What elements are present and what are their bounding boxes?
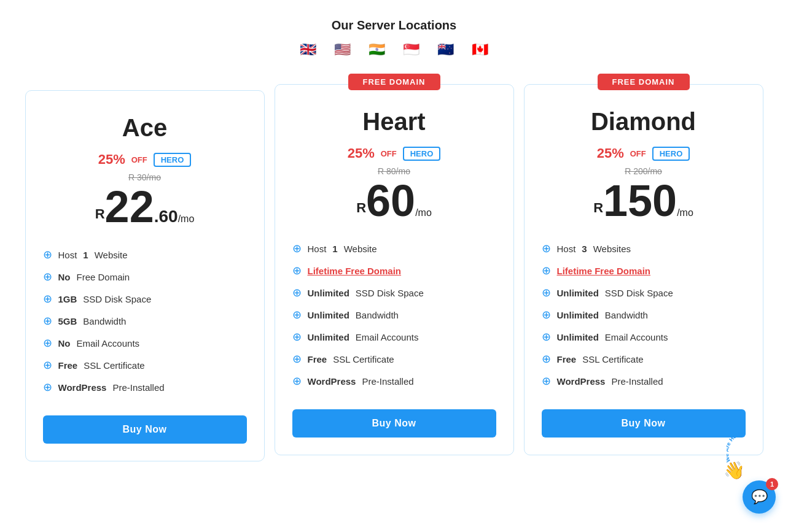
flag-usa: 🇺🇸 [328, 40, 357, 60]
plan-ace-buy-button[interactable]: Buy Now [43, 415, 247, 444]
flag-india: 🇮🇳 [362, 40, 392, 60]
feature-icon: ⊕ [292, 330, 302, 344]
chat-sticker: We Are Here! 👋 [727, 431, 776, 480]
plan-ace: Ace 25% OFF HERO R 30/mo R22.60/mo ⊕Host… [25, 90, 265, 461]
chat-badge: 1 [766, 478, 778, 490]
plan-ace-price-big: 22 [105, 182, 154, 231]
plan-diamond-discount-off: OFF [630, 149, 646, 158]
feature-icon: ⊕ [43, 336, 52, 350]
plan-diamond: FREE DOMAIN Diamond 25% OFF HERO R 200/m… [524, 84, 763, 455]
plan-heart-discount-row: 25% OFF HERO [292, 145, 496, 161]
feature-diamond-2[interactable]: ⊕Lifetime Free Domain [542, 260, 746, 282]
feature-heart-7: ⊕WordPress Pre-Installed [292, 370, 496, 392]
feature-ace-6: ⊕Free SSL Certificate [43, 354, 247, 376]
plan-diamond-discount-pct: 25% [597, 145, 624, 161]
plan-ace-original-price: R 30/mo [43, 172, 247, 182]
feature-diamond-1: ⊕Host 3 Websites [542, 237, 746, 260]
plan-heart-hero-badge: HERO [403, 147, 441, 161]
plan-diamond-free-domain-badge: FREE DOMAIN [598, 74, 690, 90]
flags-row: 🇬🇧 🇺🇸 🇮🇳 🇸🇬 🇳🇿 🇨🇦 [294, 40, 495, 60]
plan-diamond-currency: R [593, 200, 603, 215]
feature-icon: ⊕ [43, 358, 52, 372]
plan-ace-price-mo: /mo [178, 214, 195, 224]
feature-heart-6: ⊕Free SSL Certificate [292, 348, 496, 370]
plan-ace-hero-badge: HERO [154, 153, 192, 167]
plan-ace-price-cents: .60 [154, 207, 178, 226]
plan-heart-free-domain-badge: FREE DOMAIN [348, 74, 440, 90]
feature-heart-4: ⊕Unlimited Bandwidth [292, 304, 496, 326]
feature-icon: ⊕ [542, 330, 551, 344]
flag-uk: 🇬🇧 [294, 40, 323, 60]
plan-ace-name: Ace [43, 114, 247, 142]
lifetime-free-domain-link-diamond[interactable]: Lifetime Free Domain [557, 266, 651, 276]
feature-ace-4: ⊕5GB Bandwidth [43, 310, 247, 332]
plan-diamond-original-price: R 200/mo [542, 166, 746, 176]
feature-icon: ⊕ [43, 314, 52, 328]
wave-emoji: 👋 [724, 460, 745, 480]
feature-ace-1: ⊕Host 1 Website [43, 244, 247, 266]
plan-heart-discount-pct: 25% [348, 145, 375, 161]
feature-icon: ⊕ [43, 380, 52, 394]
plan-ace-features: ⊕Host 1 Website ⊕No Free Domain ⊕1GB SSD… [43, 244, 247, 398]
chat-open-button[interactable]: 💬 1 [743, 480, 776, 514]
plan-ace-discount-pct: 25% [98, 152, 125, 168]
plan-diamond-buy-button[interactable]: Buy Now [542, 409, 746, 438]
feature-icon: ⊕ [292, 286, 302, 299]
pricing-container: Ace 25% OFF HERO R 30/mo R22.60/mo ⊕Host… [14, 84, 775, 468]
server-locations-title: Our Server Locations [294, 18, 495, 33]
svg-text:We Are Here!: We Are Here! [727, 431, 743, 463]
feature-icon: ⊕ [542, 242, 551, 255]
feature-icon: ⊕ [542, 374, 551, 388]
feature-icon: ⊕ [43, 292, 52, 306]
feature-ace-2: ⊕No Free Domain [43, 266, 247, 288]
plan-heart-currency: R [356, 200, 366, 215]
feature-icon: ⊕ [292, 242, 302, 255]
feature-heart-2[interactable]: ⊕Lifetime Free Domain [292, 260, 496, 282]
plan-heart-price-mo: /mo [415, 207, 432, 218]
plan-diamond-name: Diamond [542, 108, 746, 136]
plan-heart-name: Heart [292, 108, 496, 136]
feature-ace-3: ⊕1GB SSD Disk Space [43, 288, 247, 310]
chat-widget: We Are Here! 👋 💬 1 [727, 431, 776, 514]
feature-icon: ⊕ [542, 264, 551, 277]
feature-icon: ⊕ [43, 270, 52, 283]
plan-diamond-current-price: R150/mo [542, 179, 746, 223]
server-locations-section: Our Server Locations 🇬🇧 🇺🇸 🇮🇳 🇸🇬 🇳🇿 🇨🇦 [294, 18, 495, 60]
plan-heart-buy-button[interactable]: Buy Now [292, 409, 496, 438]
feature-diamond-5: ⊕Unlimited Email Accounts [542, 326, 746, 348]
feature-ace-5: ⊕No Email Accounts [43, 332, 247, 354]
feature-icon: ⊕ [43, 248, 52, 261]
flag-canada: 🇨🇦 [466, 40, 495, 60]
feature-diamond-7: ⊕WordPress Pre-Installed [542, 370, 746, 392]
feature-icon: ⊕ [292, 374, 302, 388]
plan-heart: FREE DOMAIN Heart 25% OFF HERO R 80/mo R… [275, 84, 514, 455]
lifetime-free-domain-link-heart[interactable]: Lifetime Free Domain [308, 266, 402, 276]
feature-heart-1: ⊕Host 1 Website [292, 237, 496, 260]
plan-diamond-hero-badge: HERO [652, 147, 690, 161]
plan-ace-discount-off: OFF [131, 155, 147, 164]
feature-icon: ⊕ [292, 264, 302, 277]
plan-heart-features: ⊕Host 1 Website ⊕Lifetime Free Domain ⊕U… [292, 237, 496, 392]
feature-heart-3: ⊕Unlimited SSD Disk Space [292, 282, 496, 304]
feature-icon: ⊕ [542, 352, 551, 366]
flag-singapore: 🇸🇬 [397, 40, 426, 60]
plan-ace-currency: R [95, 206, 105, 222]
plan-ace-current-price: R22.60/mo [43, 185, 247, 229]
plan-diamond-price-big: 150 [603, 176, 677, 225]
feature-icon: ⊕ [542, 286, 551, 299]
plan-ace-discount-row: 25% OFF HERO [43, 152, 247, 168]
feature-diamond-6: ⊕Free SSL Certificate [542, 348, 746, 370]
plan-heart-price-big: 60 [366, 176, 415, 225]
feature-icon: ⊕ [542, 308, 551, 322]
feature-icon: ⊕ [292, 308, 302, 322]
plan-diamond-discount-row: 25% OFF HERO [542, 145, 746, 161]
plan-diamond-price-mo: /mo [677, 207, 693, 218]
feature-heart-5: ⊕Unlimited Email Accounts [292, 326, 496, 348]
plan-heart-discount-off: OFF [381, 149, 397, 158]
plan-diamond-features: ⊕Host 3 Websites ⊕Lifetime Free Domain ⊕… [542, 237, 746, 392]
feature-diamond-3: ⊕Unlimited SSD Disk Space [542, 282, 746, 304]
feature-diamond-4: ⊕Unlimited Bandwidth [542, 304, 746, 326]
feature-ace-7: ⊕WordPress Pre-Installed [43, 376, 247, 398]
plan-heart-original-price: R 80/mo [292, 166, 496, 176]
flag-nz: 🇳🇿 [431, 40, 461, 60]
